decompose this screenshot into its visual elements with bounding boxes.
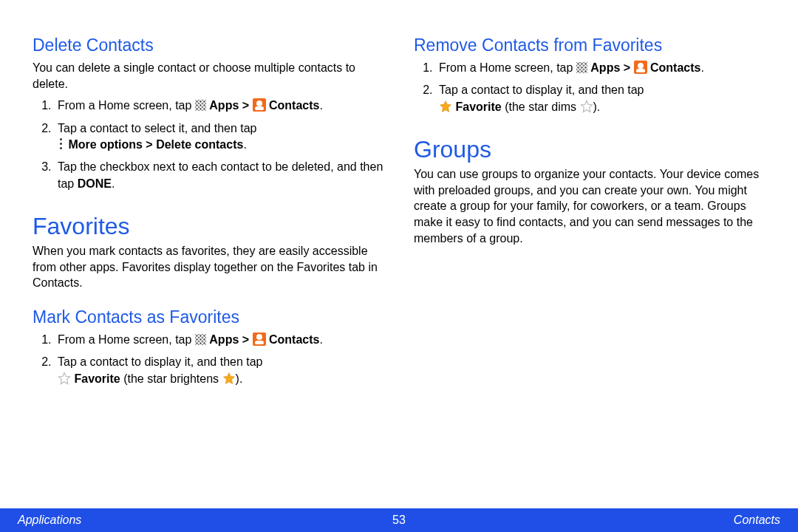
star-filled-icon	[439, 100, 452, 113]
step: Tap a contact to display it, and then ta…	[55, 354, 384, 387]
apps-grid-icon	[576, 62, 587, 73]
steps-delete: From a Home screen, tap Apps > Contacts.…	[33, 98, 384, 192]
steps-mark-favorites: From a Home screen, tap Apps > Contacts.…	[33, 332, 384, 387]
footer-left: Applications	[18, 514, 81, 527]
favorite-label: Favorite	[455, 100, 501, 113]
footer-right: Contacts	[734, 514, 780, 527]
step: Tap a contact to select it, and then tap…	[55, 120, 384, 154]
apps-grid-icon	[195, 100, 206, 111]
more-options-label: More options > Delete contacts	[68, 138, 243, 151]
left-column: Delete Contacts You can delete a single …	[33, 35, 384, 532]
text: (the star brightens	[120, 372, 222, 385]
step: From a Home screen, tap Apps > Contacts.	[55, 98, 384, 114]
step: Tap a contact to display it, and then ta…	[436, 82, 765, 115]
para-groups-intro: You can use groups to organize your cont…	[414, 166, 765, 246]
star-outline-icon	[580, 100, 593, 113]
text: From a Home screen, tap	[439, 61, 576, 74]
more-options-icon	[58, 138, 65, 150]
page: Delete Contacts You can delete a single …	[0, 0, 798, 532]
apps-label: Apps >	[209, 333, 252, 346]
contacts-label: Contacts	[269, 99, 319, 112]
star-filled-icon	[222, 372, 236, 385]
contacts-icon	[253, 98, 266, 112]
step: From a Home screen, tap Apps > Contacts.	[436, 60, 765, 76]
apps-label: Apps >	[209, 99, 252, 112]
text: .	[319, 99, 322, 112]
para-delete-intro: You can delete a single contact or choos…	[33, 60, 384, 92]
text: .	[243, 138, 246, 151]
heading-favorites: Favorites	[33, 213, 384, 240]
text: ).	[236, 372, 243, 385]
apps-grid-icon	[195, 334, 206, 345]
text: Tap a contact to display it, and then ta…	[439, 83, 644, 96]
contacts-icon	[634, 61, 647, 74]
text: From a Home screen, tap	[58, 333, 195, 346]
contacts-label: Contacts	[269, 333, 319, 346]
contacts-label: Contacts	[650, 61, 700, 74]
text: .	[112, 177, 115, 190]
right-column: Remove Contacts from Favorites From a Ho…	[414, 35, 765, 532]
done-label: DONE	[78, 177, 112, 190]
para-favorites-intro: When you mark contacts as favorites, the…	[33, 243, 384, 291]
heading-mark-favorites: Mark Contacts as Favorites	[33, 307, 384, 327]
footer-page-number: 53	[392, 514, 406, 527]
steps-remove-favorites: From a Home screen, tap Apps > Contacts.…	[414, 60, 765, 115]
step: From a Home screen, tap Apps > Contacts.	[55, 332, 384, 348]
text: ).	[593, 100, 601, 113]
text: (the star dims	[502, 100, 580, 113]
apps-label: Apps >	[590, 61, 633, 74]
heading-remove-favorites: Remove Contacts from Favorites	[414, 35, 765, 55]
star-outline-icon	[58, 372, 71, 385]
step: Tap the checkbox next to each contact to…	[55, 159, 384, 192]
text: .	[700, 61, 703, 74]
heading-groups: Groups	[414, 136, 765, 163]
text: .	[319, 333, 322, 346]
text: Tap a contact to display it, and then ta…	[58, 355, 263, 368]
text: From a Home screen, tap	[58, 99, 195, 112]
contacts-icon	[253, 332, 266, 346]
heading-delete-contacts: Delete Contacts	[33, 35, 384, 55]
favorite-label: Favorite	[74, 372, 120, 385]
footer-bar: Applications 53 Contacts	[0, 508, 798, 532]
text: Tap a contact to select it, and then tap	[58, 122, 257, 134]
